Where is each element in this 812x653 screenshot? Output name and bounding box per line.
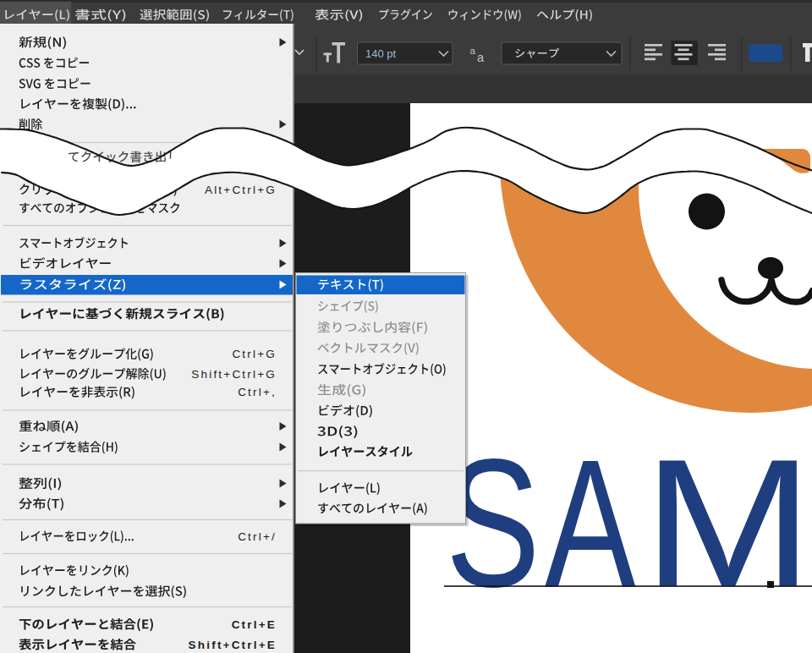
svg-text:140 pt: 140 pt xyxy=(365,47,397,60)
svg-text:Ctrl+G: Ctrl+G xyxy=(232,348,277,360)
svg-text:Ctrl+,: Ctrl+, xyxy=(238,386,277,398)
svg-text:a: a xyxy=(477,51,485,64)
svg-text:Ctrl+E: Ctrl+E xyxy=(232,618,277,631)
svg-text:M: M xyxy=(643,422,812,625)
svg-text:A: A xyxy=(545,421,636,624)
svg-text:a: a xyxy=(470,46,476,56)
svg-text:Ctrl+/: Ctrl+/ xyxy=(238,530,277,543)
svg-text:Shift+Ctrl+E: Shift+Ctrl+E xyxy=(189,639,277,651)
svg-text:Shift+Ctrl+G: Shift+Ctrl+G xyxy=(191,368,277,381)
svg-text:Alt+Ctrl+G: Alt+Ctrl+G xyxy=(205,184,277,196)
